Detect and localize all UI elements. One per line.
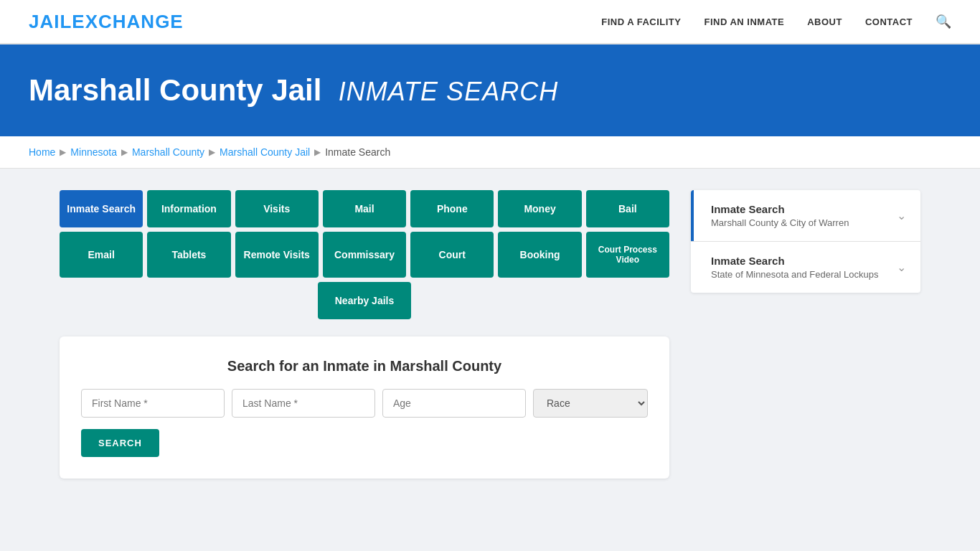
breadcrumb-current: Inmate Search xyxy=(325,146,390,158)
sidebar-item-2[interactable]: Inmate Search State of Minnesota and Fed… xyxy=(691,242,920,293)
search-form-row: Race White Black Hispanic Asian Other xyxy=(81,389,648,418)
button-row-3: Nearby Jails xyxy=(60,282,669,319)
sidebar-accent-1 xyxy=(691,190,694,241)
breadcrumb-marshall-county-jail[interactable]: Marshall County Jail xyxy=(220,146,310,158)
sidebar-card: Inmate Search Marshall County & City of … xyxy=(691,190,920,293)
btn-commissary[interactable]: Commissary xyxy=(323,232,406,278)
nav-about[interactable]: ABOUT xyxy=(807,17,842,27)
breadcrumb-sep-4: ▶ xyxy=(314,147,321,157)
search-icon[interactable]: 🔍 xyxy=(936,14,951,29)
button-row-2: Email Tablets Remote Visits Commissary C… xyxy=(60,232,669,278)
logo-exchange: EXCHANGE xyxy=(72,11,183,32)
btn-information[interactable]: Information xyxy=(147,190,230,227)
main-nav: FIND A FACILITY FIND AN INMATE ABOUT CON… xyxy=(601,14,951,29)
btn-tablets[interactable]: Tablets xyxy=(147,232,230,278)
chevron-down-icon-2: ⌄ xyxy=(897,260,906,274)
breadcrumb-home[interactable]: Home xyxy=(29,146,55,158)
page-title-main: Marshall County Jail xyxy=(29,73,321,107)
hero-banner: Marshall County Jail INMATE SEARCH xyxy=(0,44,980,136)
first-name-input[interactable] xyxy=(81,389,225,418)
sidebar-item-1-text: Inmate Search Marshall County & City of … xyxy=(705,203,849,228)
btn-visits[interactable]: Visits xyxy=(235,190,319,227)
search-form-card: Search for an Inmate in Marshall County … xyxy=(60,336,669,479)
sidebar-item-2-title: Inmate Search xyxy=(711,255,878,267)
chevron-down-icon-1: ⌄ xyxy=(897,209,906,222)
btn-court-process-video[interactable]: Court Process Video xyxy=(586,232,669,278)
age-input[interactable] xyxy=(382,389,526,418)
site-header: JAILEXCHANGE FIND A FACILITY FIND AN INM… xyxy=(0,0,980,44)
logo-jail: JAIL xyxy=(29,11,72,32)
btn-mail[interactable]: Mail xyxy=(323,190,406,227)
page-title: Marshall County Jail INMATE SEARCH xyxy=(29,73,951,108)
breadcrumb: Home ▶ Minnesota ▶ Marshall County ▶ Mar… xyxy=(0,136,980,169)
search-button[interactable]: SEARCH xyxy=(81,429,159,457)
btn-booking[interactable]: Booking xyxy=(498,232,581,278)
btn-remote-visits[interactable]: Remote Visits xyxy=(235,232,319,278)
race-select[interactable]: Race White Black Hispanic Asian Other xyxy=(533,389,648,418)
nav-find-inmate[interactable]: FIND AN INMATE xyxy=(704,17,784,27)
sidebar-item-1[interactable]: Inmate Search Marshall County & City of … xyxy=(691,190,920,242)
btn-money[interactable]: Money xyxy=(498,190,581,227)
last-name-input[interactable] xyxy=(232,389,375,418)
btn-court[interactable]: Court xyxy=(410,232,494,278)
page-title-italic: INMATE SEARCH xyxy=(339,77,558,106)
main-content: Inmate Search Information Visits Mail Ph… xyxy=(31,169,949,500)
nav-find-facility[interactable]: FIND A FACILITY xyxy=(601,17,681,27)
sidebar-item-2-text: Inmate Search State of Minnesota and Fed… xyxy=(705,255,878,280)
nav-contact[interactable]: CONTACT xyxy=(865,17,913,27)
breadcrumb-sep-1: ▶ xyxy=(60,147,66,157)
breadcrumb-marshall-county[interactable]: Marshall County xyxy=(132,146,204,158)
search-form-title: Search for an Inmate in Marshall County xyxy=(81,358,648,375)
sidebar-item-1-title: Inmate Search xyxy=(711,203,849,215)
btn-inmate-search[interactable]: Inmate Search xyxy=(60,190,143,227)
btn-nearby-jails[interactable]: Nearby Jails xyxy=(318,282,412,319)
breadcrumb-minnesota[interactable]: Minnesota xyxy=(70,146,117,158)
btn-bail[interactable]: Bail xyxy=(586,190,669,227)
breadcrumb-sep-2: ▶ xyxy=(121,147,128,157)
sidebar-item-2-subtitle: State of Minnesota and Federal Lockups xyxy=(711,269,878,280)
right-sidebar: Inmate Search Marshall County & City of … xyxy=(691,190,920,293)
button-row-1: Inmate Search Information Visits Mail Ph… xyxy=(60,190,669,227)
left-column: Inmate Search Information Visits Mail Ph… xyxy=(60,190,669,479)
btn-email[interactable]: Email xyxy=(60,232,143,278)
site-logo[interactable]: JAILEXCHANGE xyxy=(29,11,184,33)
btn-phone[interactable]: Phone xyxy=(410,190,494,227)
breadcrumb-sep-3: ▶ xyxy=(209,147,215,157)
sidebar-item-1-subtitle: Marshall County & City of Warren xyxy=(711,217,849,228)
